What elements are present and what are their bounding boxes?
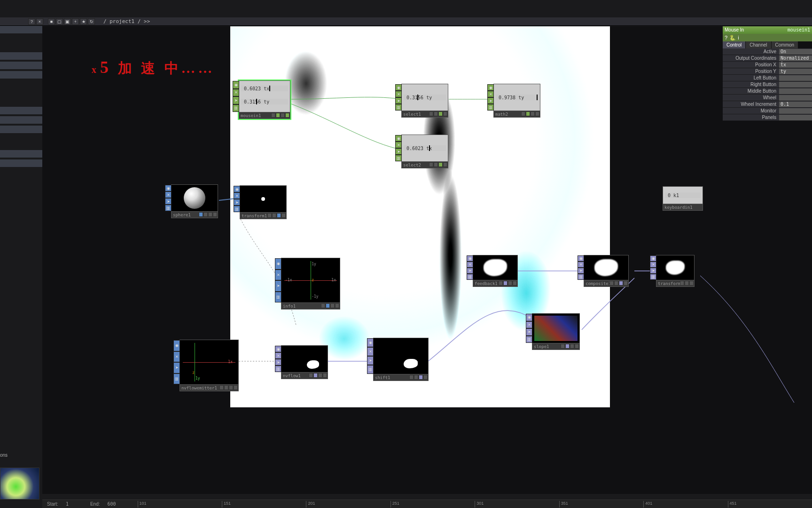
palette-slot[interactable] [0, 26, 42, 33]
python-icon[interactable]: 🐍 [729, 35, 736, 41]
palette-slot[interactable] [0, 107, 42, 114]
param-value[interactable] [779, 88, 812, 94]
palette-slot[interactable] [0, 71, 42, 79]
arrow-icon[interactable]: ➤ [487, 97, 494, 104]
star-button[interactable]: ★ [80, 18, 87, 25]
tool-a-button[interactable]: ▢ [56, 18, 63, 25]
x-icon[interactable]: ✕ [275, 352, 281, 359]
palette-slot[interactable] [0, 126, 42, 133]
info-icon[interactable]: i [738, 35, 739, 40]
node-select1[interactable]: ◉✕➤▥ 0.3156 ty select1 [401, 84, 448, 118]
arrow-icon[interactable]: ➤ [165, 198, 172, 205]
param-value[interactable] [779, 115, 812, 120]
grid-icon[interactable]: ▥ [173, 373, 180, 385]
node-info1[interactable]: ◉✕➤▥ -1x1x 1y-1y z info1 [281, 258, 340, 310]
grid-icon[interactable]: ▥ [526, 336, 532, 343]
start-value[interactable]: 1 [66, 501, 69, 507]
node-shift1[interactable]: ◉✕➤▥ shift1 [373, 338, 429, 381]
viewer-flag-icon[interactable]: ◉ [395, 84, 402, 91]
path-breadcrumb[interactable]: / project1 / >> [103, 18, 150, 24]
grid-icon[interactable]: ▥ [275, 292, 281, 303]
node-composite1[interactable]: ◉✕➤▥ composite1 [584, 255, 629, 287]
grid-icon[interactable]: ▥ [467, 274, 473, 280]
end-value[interactable]: 600 [108, 501, 116, 507]
grid-icon[interactable]: ▥ [395, 104, 402, 111]
x-icon[interactable]: ✕ [487, 91, 494, 97]
arrow-icon[interactable]: ➤ [650, 268, 656, 274]
viewer-flag-icon[interactable]: ◉ [275, 346, 281, 352]
grid-icon[interactable]: ▥ [487, 104, 494, 111]
grid-icon[interactable]: ▥ [367, 365, 374, 374]
palette-slot[interactable] [0, 62, 42, 69]
bypass-flag-icon[interactable]: ➤ [233, 96, 239, 104]
x-icon[interactable]: ✕ [467, 262, 473, 268]
viewer-flag-icon[interactable]: ◉ [467, 255, 473, 262]
node-select2[interactable]: ◉✕➤▥ 0.6023 tx select2 [401, 135, 448, 168]
lock-flag-icon[interactable]: ▥ [233, 104, 239, 112]
x-icon[interactable]: ✕ [578, 262, 584, 268]
arrow-icon[interactable]: ➤ [578, 268, 584, 274]
node-slope1[interactable]: ◉✕➤▥ slope1 [532, 313, 580, 350]
add-button[interactable]: + [72, 18, 79, 25]
viewer-flag-icon[interactable]: ◉ [275, 258, 281, 270]
node-nvflowemitter1[interactable]: ◉✕➤▥ 1x 1y z nvflowemitter1 [180, 340, 239, 391]
viewer-flag-icon[interactable]: ◉ [173, 340, 180, 351]
tab-channel[interactable]: Channel [746, 41, 771, 48]
help-button[interactable]: ? [28, 18, 35, 25]
viewer-flag-icon[interactable]: ◉ [165, 185, 172, 191]
palette-slot[interactable] [0, 159, 42, 167]
preview-thumbnail[interactable] [0, 468, 39, 500]
node-feedback1[interactable]: ◉✕➤▥ feedback1 [473, 255, 518, 287]
node-transform2[interactable]: ◉✕➤▥ transform2 [656, 255, 695, 287]
x-icon[interactable]: ✕ [395, 142, 402, 148]
arrow-icon[interactable]: ➤ [467, 268, 473, 274]
grid-icon[interactable]: ▥ [395, 155, 402, 161]
arrow-icon[interactable]: ➤ [173, 362, 180, 373]
refresh-button[interactable]: ↻ [88, 18, 95, 25]
x-icon[interactable]: ✕ [650, 262, 656, 268]
viewer-flag-icon[interactable]: ◉ [526, 314, 532, 321]
viewer-flag-icon[interactable]: ◉ [578, 255, 584, 262]
tab-control[interactable]: Control [723, 41, 746, 48]
timeline[interactable]: Start: 1 End: 600 1011512012513013514014… [42, 500, 812, 508]
arrow-icon[interactable]: ➤ [395, 148, 402, 155]
viewer-flag-icon[interactable]: ◉ [395, 135, 402, 142]
timeline-ruler[interactable]: 101151201251301351401451 [138, 500, 812, 508]
palette-slot[interactable] [0, 116, 42, 124]
param-value[interactable] [779, 108, 812, 114]
viewer-flag-icon[interactable]: ◉ [234, 186, 240, 192]
op-name-label[interactable]: mousein1 [788, 26, 810, 34]
viewer-flag-icon[interactable]: ◉ [650, 255, 656, 262]
arrow-icon[interactable]: ➤ [275, 280, 281, 292]
param-value[interactable] [779, 82, 812, 87]
stop-button[interactable]: ■ [48, 18, 55, 25]
param-value[interactable]: On [779, 49, 812, 55]
close-button[interactable]: × [36, 18, 43, 25]
param-value[interactable]: Normalized A [779, 56, 812, 61]
node-transform1[interactable]: ◉✕➤▥ transform1 [240, 185, 287, 219]
viewer-flag-icon[interactable]: ◉ [233, 81, 239, 89]
x-icon[interactable]: ✕ [526, 321, 532, 329]
param-value[interactable] [779, 75, 812, 81]
node-nvflow1[interactable]: ◉✕➤▥ nvflow1 [281, 345, 328, 379]
node-sphere1[interactable]: ◉✕➤▥ sphere1 [171, 184, 218, 218]
grid-icon[interactable]: ▥ [275, 365, 281, 372]
node-mousein1[interactable]: ◉ ✕ ➤ ▥ 0.6023 tx 0.3156 ty mousein1 [239, 80, 290, 119]
x-icon[interactable]: ✕ [367, 347, 374, 356]
palette-slot[interactable] [0, 150, 42, 158]
palette-slot[interactable] [0, 52, 42, 60]
grid-icon[interactable]: ▥ [650, 274, 656, 280]
help-icon[interactable]: ? [725, 35, 727, 40]
x-icon[interactable]: ✕ [234, 192, 240, 199]
clone-flag-icon[interactable]: ✕ [233, 89, 239, 97]
x-icon[interactable]: ✕ [395, 91, 402, 97]
param-value[interactable]: ty [779, 69, 812, 74]
node-keyboardin1[interactable]: 0 k1 keyboardin1 [663, 186, 703, 211]
param-value[interactable] [779, 95, 812, 101]
tool-b-button[interactable]: ▣ [64, 18, 71, 25]
param-value[interactable]: 0.1 [779, 102, 812, 107]
network-editor[interactable]: x5 加 速 中…… ◉ ✕ ➤ ▥ 0.6023 tx 0. [42, 26, 812, 494]
grid-icon[interactable]: ▥ [234, 206, 240, 212]
arrow-icon[interactable]: ➤ [526, 328, 532, 336]
node-math2[interactable]: ◉✕➤▥ 0.9738 ty math2 [493, 84, 540, 118]
